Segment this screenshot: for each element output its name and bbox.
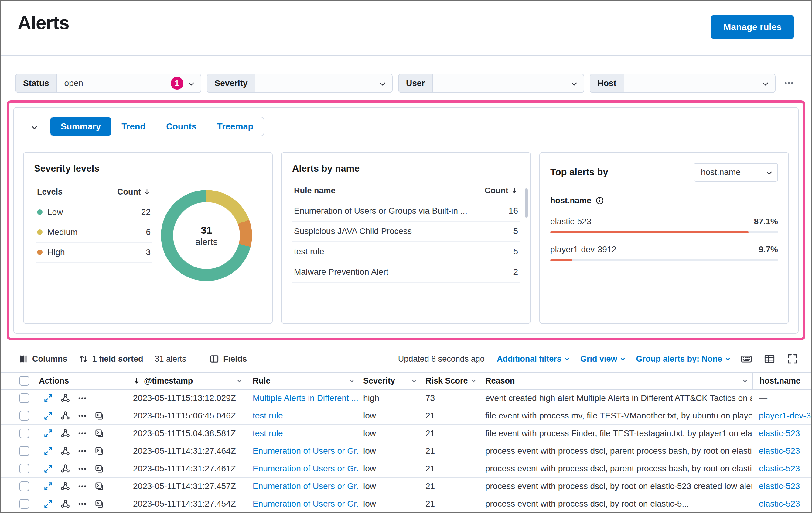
toolbar-divider	[198, 353, 198, 364]
analyze-event-icon[interactable]	[61, 394, 70, 403]
collapse-chevron-icon[interactable]	[32, 124, 36, 129]
rule-link[interactable]: test rule	[246, 411, 359, 421]
row-actions	[37, 499, 128, 508]
session-view-icon[interactable]	[95, 447, 104, 456]
scrollbar-thumb[interactable]	[525, 188, 528, 218]
row-checkbox[interactable]	[20, 446, 29, 456]
expand-alert-icon[interactable]	[44, 482, 53, 491]
sort-desc-icon	[133, 377, 140, 384]
info-icon[interactable]	[596, 196, 604, 205]
row-checkbox[interactable]	[20, 464, 29, 474]
host-link[interactable]: elastic-523	[759, 464, 800, 473]
analyze-event-icon[interactable]	[61, 499, 70, 508]
rule-name: Suspicious JAVA Child Process	[294, 226, 412, 237]
row-checkbox[interactable]	[20, 393, 29, 403]
filter-control[interactable]: Host	[590, 74, 776, 93]
host-link[interactable]: player1-dev-3912	[759, 411, 811, 420]
rule-link[interactable]: Enumeration of Users or Gr...	[246, 446, 359, 456]
column-header-reason[interactable]: Reason	[481, 373, 752, 389]
grid-toolbar: Columns 1 field sorted 31 alerts Fields …	[1, 350, 811, 368]
expand-alert-icon[interactable]	[44, 394, 53, 403]
host-link[interactable]: —	[759, 393, 767, 403]
row-checkbox[interactable]	[20, 499, 29, 509]
column-header-rule[interactable]: Rule	[246, 373, 359, 389]
chart-tab[interactable]: Summary	[50, 117, 111, 136]
reason-cell: file event with process mv, file TEST-VM…	[481, 411, 752, 421]
rule-count: 16	[509, 206, 518, 216]
host-link[interactable]: elastic-523	[759, 499, 800, 508]
alert-row: 2023-05-11T15:04:38.581Z test rule low 2…	[1, 425, 811, 442]
sort-fields-button[interactable]: 1 field sorted	[79, 354, 143, 364]
donut-unit: alerts	[195, 237, 218, 247]
column-header-host[interactable]: host.name	[752, 373, 811, 389]
session-view-icon[interactable]	[95, 499, 104, 508]
severity-col-count[interactable]: Count	[117, 187, 151, 197]
top-alerts-field-select[interactable]: host.name	[694, 163, 778, 182]
grid-view-button[interactable]: Grid view	[580, 354, 624, 364]
column-header-timestamp[interactable]: @timestamp	[128, 373, 246, 389]
chart-tab[interactable]: Treemap	[207, 117, 264, 136]
fields-button[interactable]: Fields	[210, 354, 247, 364]
display-options-button[interactable]	[764, 353, 775, 364]
rule-link[interactable]: Enumeration of Users or Gr...	[246, 481, 359, 491]
filter-control[interactable]: Status open 1	[15, 74, 201, 93]
severity-levels-card: Severity levels Levels Count	[23, 152, 273, 324]
session-view-icon[interactable]	[95, 429, 104, 438]
expand-alert-icon[interactable]	[44, 464, 53, 473]
column-header-risk-score[interactable]: Risk Score	[421, 373, 481, 389]
more-filters-button[interactable]	[781, 78, 797, 88]
severity-label: High	[47, 247, 65, 258]
expand-alert-icon[interactable]	[44, 411, 53, 420]
analyze-event-icon[interactable]	[61, 464, 70, 473]
expand-alert-icon[interactable]	[44, 429, 53, 438]
chart-tab[interactable]: Trend	[111, 117, 156, 136]
additional-filters-button[interactable]: Additional filters	[497, 354, 568, 364]
top-alerts-title: Top alerts by	[550, 166, 608, 178]
group-alerts-by-button[interactable]: Group alerts by: None	[636, 354, 729, 364]
expand-alert-icon[interactable]	[44, 447, 53, 456]
more-actions-icon[interactable]	[78, 499, 87, 508]
rule-link[interactable]: Multiple Alerts in Different ...	[246, 393, 359, 403]
row-checkbox[interactable]	[20, 429, 29, 438]
updated-status: Updated 8 seconds ago	[398, 354, 485, 364]
analyze-event-icon[interactable]	[61, 482, 70, 491]
analyze-event-icon[interactable]	[61, 447, 70, 456]
expand-alert-icon[interactable]	[44, 499, 53, 508]
analyze-event-icon[interactable]	[61, 429, 70, 438]
severity-dot	[37, 249, 42, 255]
rule-count: 5	[513, 246, 518, 257]
row-checkbox[interactable]	[20, 411, 29, 421]
severity-row: Low 22	[36, 202, 152, 222]
more-actions-icon[interactable]	[78, 411, 87, 420]
filter-control[interactable]: User	[398, 74, 584, 93]
session-view-icon[interactable]	[95, 464, 104, 473]
more-actions-icon[interactable]	[78, 394, 87, 403]
rule-link[interactable]: Enumeration of Users or Gr...	[246, 499, 359, 509]
severity-row: Medium 6	[36, 222, 152, 243]
chart-tab[interactable]: Counts	[156, 117, 207, 136]
grid-density-icon	[764, 353, 775, 364]
analyze-event-icon[interactable]	[61, 411, 70, 420]
fullscreen-button[interactable]	[787, 353, 798, 364]
more-actions-icon[interactable]	[78, 464, 87, 473]
select-all-checkbox[interactable]	[20, 376, 29, 386]
columns-button[interactable]: Columns	[19, 354, 67, 364]
more-actions-icon[interactable]	[78, 429, 87, 438]
rule-link[interactable]: test rule	[246, 428, 359, 438]
host-link[interactable]: elastic-523	[759, 429, 800, 438]
filter-control[interactable]: Severity	[207, 74, 393, 93]
manage-rules-button[interactable]: Manage rules	[710, 15, 794, 39]
rule-link[interactable]: Enumeration of Users or Gr...	[246, 463, 359, 474]
column-header-severity[interactable]: Severity	[359, 373, 421, 389]
host-link[interactable]: elastic-523	[759, 481, 800, 491]
more-actions-icon[interactable]	[78, 447, 87, 456]
more-actions-icon[interactable]	[78, 482, 87, 491]
session-view-icon[interactable]	[95, 411, 104, 420]
abn-col-count[interactable]: Count	[485, 186, 518, 195]
alert-row: 2023-05-11T14:31:27.461Z Enumeration of …	[1, 460, 811, 478]
row-checkbox[interactable]	[20, 481, 29, 491]
session-view-icon[interactable]	[95, 482, 104, 491]
alert-row: 2023-05-11T14:31:27.457Z Enumeration of …	[1, 478, 811, 495]
keyboard-shortcuts-button[interactable]	[741, 353, 752, 364]
host-link[interactable]: elastic-523	[759, 446, 800, 456]
